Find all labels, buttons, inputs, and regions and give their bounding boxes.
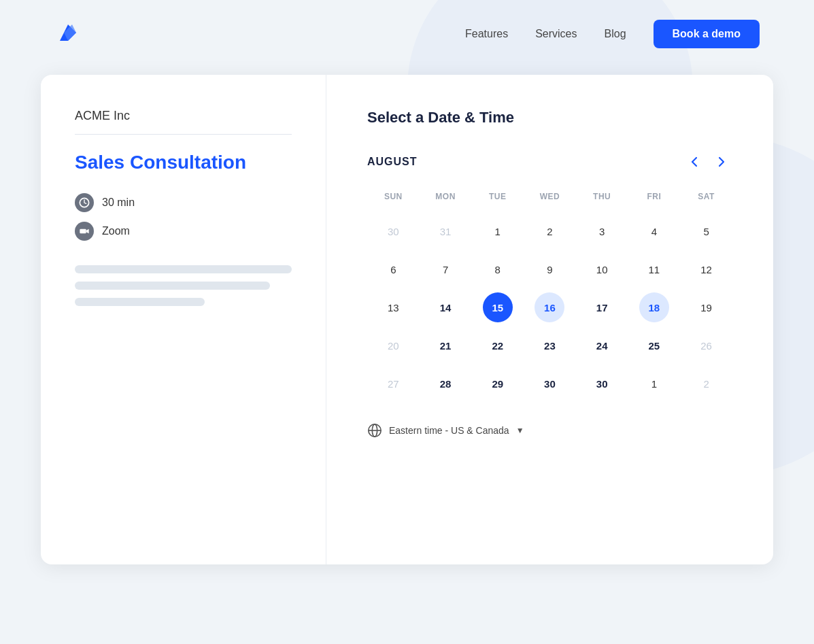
calendar-cell: 5 (680, 212, 732, 250)
day-cell[interactable]: 30 (587, 369, 617, 399)
logo (54, 19, 82, 49)
prev-month-button[interactable] (683, 151, 705, 173)
day-cell[interactable]: 7 (430, 254, 460, 284)
calendar-nav (683, 151, 732, 173)
day-cell[interactable]: 8 (483, 254, 513, 284)
calendar-cell: 18 (628, 288, 681, 326)
calendar-cell: 14 (420, 288, 472, 326)
nav-links: Features Services Blog Book a demo (465, 20, 760, 48)
zoom-icon (75, 222, 94, 241)
calendar-cell: 15 (471, 288, 524, 326)
calendar-cell: 13 (367, 288, 420, 326)
day-cell[interactable]: 17 (587, 292, 617, 322)
calendar-cell: 27 (367, 365, 420, 403)
day-cell[interactable]: 16 (535, 292, 564, 322)
navbar: Features Services Blog Book a demo (0, 0, 814, 68)
calendar-cell: 16 (524, 288, 576, 326)
day-cell[interactable]: 10 (587, 254, 617, 284)
calendar-header: AUGUST (367, 151, 732, 173)
calendar-cell: 10 (576, 250, 628, 288)
day-cell[interactable]: 2 (535, 216, 564, 246)
day-cell[interactable]: 15 (483, 292, 513, 322)
day-cell[interactable]: 22 (483, 331, 513, 360)
day-cell[interactable]: 13 (378, 292, 408, 322)
skeleton-3 (75, 298, 205, 306)
calendar-cell: 1 (628, 365, 681, 403)
calendar-cell: 11 (628, 250, 681, 288)
svg-rect-1 (80, 228, 86, 233)
calendar-grid: SUN MON TUE WED THU FRI SAT 303112345678… (367, 192, 732, 403)
calendar-cell: 23 (524, 326, 576, 365)
day-cell[interactable]: 28 (430, 369, 460, 399)
day-cell[interactable]: 18 (639, 292, 669, 322)
calendar-week-2: 6789101112 (367, 250, 732, 288)
divider (75, 134, 292, 135)
skeleton-1 (75, 265, 292, 273)
calendar-cell: 22 (471, 326, 524, 365)
day-cell: 30 (378, 216, 408, 246)
skeleton-2 (75, 282, 270, 290)
header-sun: SUN (367, 192, 420, 212)
nav-features[interactable]: Features (465, 28, 508, 40)
day-cell[interactable]: 19 (692, 292, 722, 322)
header-thu: THU (576, 192, 628, 212)
day-cell[interactable]: 9 (535, 254, 564, 284)
day-cell[interactable]: 11 (639, 254, 669, 284)
next-month-button[interactable] (711, 151, 732, 173)
day-cell[interactable]: 29 (483, 369, 513, 399)
day-cell[interactable]: 21 (430, 331, 460, 360)
timezone-label: Eastern time - US & Canada (389, 425, 509, 436)
day-cell[interactable]: 24 (587, 331, 617, 360)
clock-icon (75, 193, 94, 212)
day-headers-row: SUN MON TUE WED THU FRI SAT (367, 192, 732, 212)
nav-blog[interactable]: Blog (605, 28, 626, 40)
calendar-cell: 25 (628, 326, 681, 365)
calendar-cell: 9 (524, 250, 576, 288)
calendar-cell: 19 (680, 288, 732, 326)
day-cell[interactable]: 1 (483, 216, 513, 246)
calendar-cell: 6 (367, 250, 420, 288)
header-sat: SAT (680, 192, 732, 212)
duration-item: 30 min (75, 193, 292, 212)
calendar-cell: 30 (367, 212, 420, 250)
day-cell: 27 (378, 369, 408, 399)
calendar-cell: 26 (680, 326, 732, 365)
calendar-cell: 30 (576, 365, 628, 403)
calendar-cell: 20 (367, 326, 420, 365)
calendar-cell: 30 (524, 365, 576, 403)
day-cell[interactable]: 30 (535, 369, 564, 399)
book-demo-button[interactable]: Book a demo (654, 20, 760, 48)
skeleton-lines (75, 265, 292, 306)
calendar-cell: 3 (576, 212, 628, 250)
calendar-cell: 29 (471, 365, 524, 403)
nav-services[interactable]: Services (535, 28, 577, 40)
calendar-cell: 2 (524, 212, 576, 250)
meeting-title: Sales Consultation (75, 151, 292, 174)
calendar-week-3: 13141516171819 (367, 288, 732, 326)
calendar-week-1: 303112345 (367, 212, 732, 250)
calendar-week-4: 20212223242526 (367, 326, 732, 365)
calendar-week-5: 272829303012 (367, 365, 732, 403)
day-cell: 2 (692, 369, 722, 399)
day-cell[interactable]: 25 (639, 331, 669, 360)
day-cell[interactable]: 23 (535, 331, 564, 360)
header-wed: WED (524, 192, 576, 212)
day-cell[interactable]: 6 (378, 254, 408, 284)
timezone-selector[interactable]: Eastern time - US & Canada ▼ (367, 423, 732, 438)
month-label: AUGUST (367, 156, 418, 168)
day-cell[interactable]: 14 (430, 292, 460, 322)
day-cell[interactable]: 3 (587, 216, 617, 246)
company-name: ACME Inc (75, 109, 292, 123)
day-cell[interactable]: 5 (692, 216, 722, 246)
right-panel: Select a Date & Time AUGUST (326, 75, 773, 564)
day-cell[interactable]: 12 (692, 254, 722, 284)
day-cell[interactable]: 4 (639, 216, 669, 246)
calendar-cell: 24 (576, 326, 628, 365)
section-title: Select a Date & Time (367, 109, 732, 126)
meeting-meta: 30 min Zoom (75, 193, 292, 241)
duration-label: 30 min (102, 197, 135, 209)
day-cell: 26 (692, 331, 722, 360)
day-cell[interactable]: 1 (639, 369, 669, 399)
header-fri: FRI (628, 192, 681, 212)
header-mon: MON (420, 192, 472, 212)
